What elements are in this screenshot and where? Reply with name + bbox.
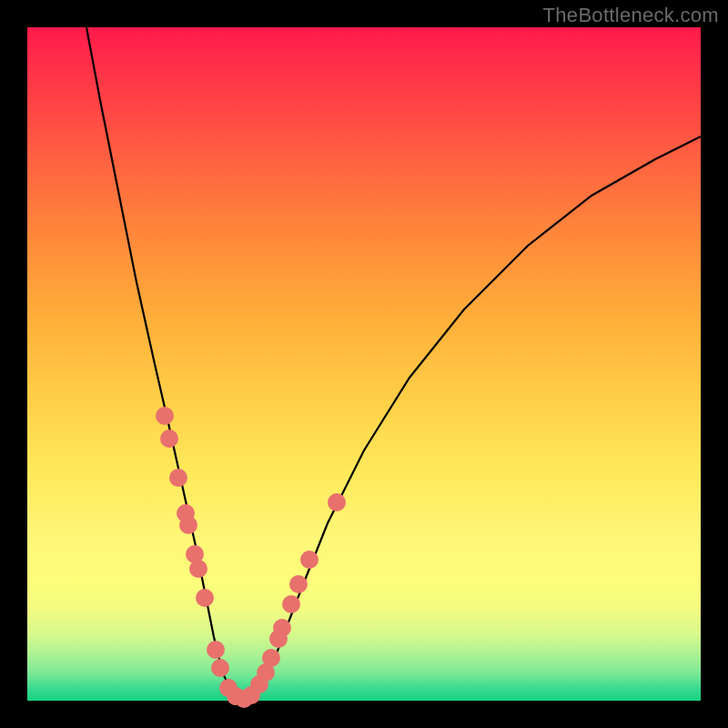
watermark-label: TheBottleneck.com [543, 4, 719, 27]
highlight-marker [211, 659, 229, 677]
chart-plot-area [27, 27, 701, 701]
highlight-marker [207, 641, 225, 659]
highlight-marker [160, 430, 178, 448]
highlight-marker [169, 469, 187, 487]
highlight-marker [189, 560, 207, 578]
highlight-markers [156, 407, 346, 708]
highlight-marker [156, 407, 174, 425]
bottleneck-curve [86, 27, 701, 699]
highlight-marker [262, 649, 280, 667]
highlight-marker [300, 551, 318, 569]
highlight-marker [273, 619, 291, 637]
highlight-marker [196, 589, 214, 607]
highlight-marker [289, 575, 308, 593]
highlight-marker [282, 595, 300, 613]
highlight-marker [179, 516, 197, 534]
highlight-marker [328, 493, 346, 511]
chart-svg [27, 27, 701, 701]
chart-frame: TheBottleneck.com [0, 0, 728, 728]
